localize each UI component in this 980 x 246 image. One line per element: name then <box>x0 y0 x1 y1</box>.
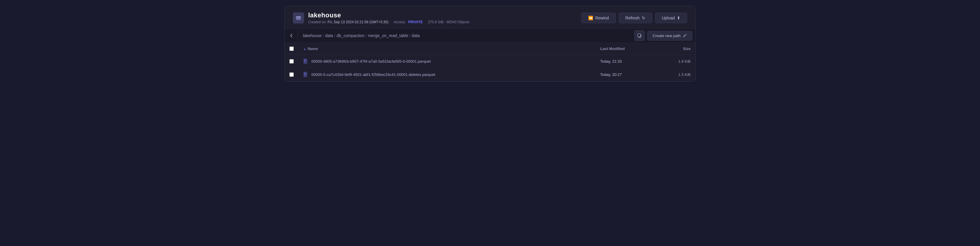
svg-rect-1 <box>296 16 301 18</box>
refresh-icon: ↻ <box>642 16 645 20</box>
copy-icon <box>637 33 642 38</box>
rewind-label: Rewind <box>595 16 609 20</box>
created-date: Fri, Sep 13 2024 02:21:58 (GMT+5:30) <box>328 20 388 24</box>
breadcrumb-segment-3[interactable]: merge_on_read_table <box>368 33 408 38</box>
name-sort-header[interactable]: ▲ Name <box>303 46 591 51</box>
header-title-group: lakehouse Created on: Fri, Sep 13 2024 0… <box>308 11 469 24</box>
header-checkbox-col <box>285 43 299 55</box>
col-name-label: Name <box>307 46 318 51</box>
breadcrumb-segment-2[interactable]: db_compaction <box>337 33 364 38</box>
storage-icon <box>295 15 302 21</box>
header-actions: ⏪ Rewind Refresh ↻ Upload ⬆ <box>581 13 687 23</box>
svg-rect-7 <box>304 60 305 61</box>
table-row[interactable]: 00000-5-ca7c430d-9ef9-4501-abf1-f256bec3… <box>285 68 695 81</box>
row-checkbox-cell <box>285 55 299 68</box>
rewind-button[interactable]: ⏪ Rewind <box>581 13 616 23</box>
svg-rect-4 <box>638 34 640 37</box>
row-filename: 00000-4805-a7369fcb-b907-47f4-a7a0-5a51f… <box>312 59 431 64</box>
row-name-cell: 00000-5-ca7c430d-9ef9-4501-abf1-f256bec3… <box>299 68 595 81</box>
header-name-col: ▲ Name <box>299 43 595 55</box>
row-checkbox-1[interactable] <box>290 72 294 77</box>
copy-path-button[interactable] <box>634 30 645 41</box>
row-checkbox-cell <box>285 68 299 81</box>
bucket-icon <box>293 12 304 24</box>
header-left: lakehouse Created on: Fri, Sep 13 2024 0… <box>293 11 469 24</box>
file-icon <box>303 59 309 64</box>
header-meta: Created on: Fri, Sep 13 2024 02:21:58 (G… <box>308 20 469 24</box>
upload-icon: ⬆ <box>677 16 680 20</box>
row-modified-value: Today, 21:33 <box>600 59 622 64</box>
create-path-label: Create new path <box>653 34 681 38</box>
header-modified-col: Last Modified <box>595 43 660 55</box>
new-path-icon <box>683 34 687 38</box>
row-size-value: 1.5 KiB <box>678 72 690 77</box>
header-size-col: Size <box>660 43 695 55</box>
breadcrumb-bar: lakehouse / data / db_compaction / merge… <box>285 29 695 43</box>
refresh-label: Refresh <box>625 16 640 20</box>
svg-rect-6 <box>304 59 307 64</box>
breadcrumb-sep-1: / <box>334 33 336 38</box>
table-body: 00000-4805-a7369fcb-b907-47f4-a7a0-5a51f… <box>285 55 695 81</box>
bucket-title: lakehouse <box>308 11 469 19</box>
svg-rect-11 <box>304 73 305 74</box>
row-size-cell: 1.6 KiB <box>660 55 695 68</box>
row-checkbox-0[interactable] <box>290 59 294 64</box>
breadcrumb-sep-3: / <box>409 33 411 38</box>
breadcrumb-path: lakehouse / data / db_compaction / merge… <box>298 33 634 38</box>
main-window: lakehouse Created on: Fri, Sep 13 2024 0… <box>284 6 696 81</box>
breadcrumb-actions: Create new path <box>634 30 695 41</box>
breadcrumb-segment-1[interactable]: data <box>325 33 333 38</box>
parquet-file-icon <box>303 59 309 64</box>
row-modified-cell: Today, 20:27 <box>595 68 660 81</box>
access-label: Access: <box>394 20 406 24</box>
back-icon <box>289 33 294 38</box>
storage-info: 275.8 GiB - 86540 Objects <box>428 20 469 24</box>
row-filename: 00000-5-ca7c430d-9ef9-4501-abf1-f256bec3… <box>312 72 435 77</box>
access-value: PRIVATE <box>408 20 423 24</box>
row-size-cell: 1.5 KiB <box>660 68 695 81</box>
breadcrumb-sep-2: / <box>366 33 367 38</box>
rewind-icon: ⏪ <box>588 16 593 20</box>
table-header: ▲ Name Last Modified Size <box>285 43 695 55</box>
breadcrumb-segment-4[interactable]: data <box>412 33 420 38</box>
svg-line-5 <box>686 34 687 35</box>
back-button[interactable] <box>285 29 298 43</box>
header: lakehouse Created on: Fri, Sep 13 2024 0… <box>285 6 695 29</box>
table-row[interactable]: 00000-4805-a7369fcb-b907-47f4-a7a0-5a51f… <box>285 55 695 68</box>
file-table: ▲ Name Last Modified Size <box>285 43 695 81</box>
created-label: Created on: <box>308 20 327 24</box>
upload-button[interactable]: Upload ⬆ <box>655 13 687 23</box>
select-all-checkbox[interactable] <box>290 46 294 51</box>
refresh-button[interactable]: Refresh ↻ <box>619 13 652 23</box>
file-icon <box>303 72 309 77</box>
sort-asc-icon: ▲ <box>303 47 306 51</box>
row-modified-cell: Today, 21:33 <box>595 55 660 68</box>
breadcrumb-segment-0[interactable]: lakehouse <box>303 33 322 38</box>
col-size-label: Size <box>683 46 690 51</box>
svg-rect-10 <box>304 72 307 77</box>
col-modified-label: Last Modified <box>600 46 625 51</box>
row-modified-value: Today, 20:27 <box>600 72 622 77</box>
parquet-file-icon <box>303 72 309 77</box>
upload-label: Upload <box>662 16 675 20</box>
create-new-path-button[interactable]: Create new path <box>647 31 692 41</box>
row-size-value: 1.6 KiB <box>678 59 690 64</box>
row-name-cell: 00000-4805-a7369fcb-b907-47f4-a7a0-5a51f… <box>299 55 595 68</box>
breadcrumb-sep-0: / <box>323 33 324 38</box>
